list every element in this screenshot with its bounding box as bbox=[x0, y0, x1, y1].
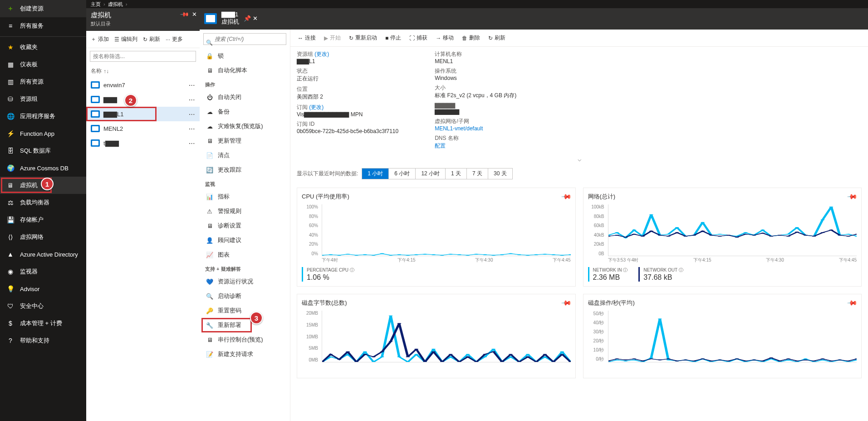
svg-point-1 bbox=[329, 254, 333, 255]
nav-item-16[interactable]: ?帮助和支持 bbox=[0, 332, 86, 349]
vm-row[interactable]: MENL2··· bbox=[86, 121, 200, 136]
nav-item-10[interactable]: ⟨⟩虚拟网络 bbox=[0, 228, 86, 246]
nav-item-9[interactable]: 💾存储帐户 bbox=[0, 211, 86, 228]
menu-item[interactable]: 🔑重置密码 bbox=[200, 303, 290, 318]
filter-input[interactable] bbox=[90, 51, 196, 62]
nav-item-4[interactable]: ⚡Function App bbox=[0, 125, 86, 142]
vm-row[interactable]: t▇▇▇··· bbox=[86, 136, 200, 150]
menu-label: 顾问建议 bbox=[218, 236, 241, 244]
chart-area[interactable]: 20MB15MB10MB5MB0MB bbox=[302, 311, 571, 370]
time-range-button[interactable]: 1 天 bbox=[446, 168, 467, 179]
nav-item-3[interactable]: 🌐应用程序服务 bbox=[0, 108, 86, 125]
menu-item[interactable]: 🔄更改跟踪 bbox=[200, 163, 290, 177]
refresh-button[interactable]: ↻刷新 bbox=[141, 35, 162, 44]
nav-item-15[interactable]: $成本管理 + 计费 bbox=[0, 315, 86, 332]
nav-item-14[interactable]: 🛡安全中心 bbox=[0, 297, 86, 315]
menu-item[interactable]: 📊指标 bbox=[200, 189, 290, 204]
connect-button[interactable]: ↔连接 bbox=[295, 33, 319, 43]
svg-point-58 bbox=[846, 234, 850, 235]
menu-item[interactable]: 👤顾问建议 bbox=[200, 233, 290, 248]
more-icon[interactable]: ··· bbox=[189, 125, 195, 132]
nav-item-11[interactable]: ▲Azure Active Directory bbox=[0, 246, 86, 263]
chart-area[interactable]: 100%80%60%40%20%0% 下午4时下午4:15下午4:30下午4:4… bbox=[302, 204, 571, 263]
menu-item[interactable]: 📈图表 bbox=[200, 248, 290, 262]
nav-item-13[interactable]: 💡Advisor bbox=[0, 280, 86, 297]
menu-item[interactable]: ⏻自动关闭 bbox=[200, 90, 290, 104]
nav-item-7[interactable]: 🖥虚拟机1 bbox=[0, 177, 86, 194]
chart-area[interactable]: 50/秒40/秒30/秒20/秒10/秒0/秒 bbox=[588, 311, 857, 370]
prop-value[interactable]: 配置 bbox=[435, 142, 516, 150]
nav-item-5[interactable]: 🗄SQL 数据库 bbox=[0, 142, 86, 159]
pin-icon[interactable]: 📌 bbox=[560, 297, 572, 309]
prop-change-link[interactable]: (更改) bbox=[314, 51, 329, 57]
start-button[interactable]: ▶开始 bbox=[321, 33, 343, 43]
vm-row[interactable]: envwin7··· bbox=[86, 78, 200, 92]
time-range-button[interactable]: 7 天 bbox=[467, 168, 488, 179]
columns-button[interactable]: ☰编辑列 bbox=[113, 35, 139, 44]
more-icon[interactable]: ··· bbox=[189, 82, 195, 89]
menu-item[interactable]: 📄清点 bbox=[200, 148, 290, 163]
delete-button[interactable]: 🗑删除 bbox=[459, 33, 483, 43]
svg-point-88 bbox=[846, 236, 850, 237]
pin-icon[interactable]: 📌 bbox=[244, 15, 251, 22]
close-icon[interactable]: ✕ bbox=[253, 15, 258, 22]
vm-row[interactable]: ▇▇▇··· bbox=[86, 92, 200, 107]
settings-search-input[interactable] bbox=[203, 33, 286, 45]
svg-point-185 bbox=[649, 358, 653, 359]
menu-item[interactable]: 🖥自动化脚本 bbox=[200, 63, 290, 78]
list-header-name[interactable]: 名称 ↑↓ bbox=[86, 64, 200, 78]
menu-item[interactable]: ⚠警报规则 bbox=[200, 204, 290, 218]
chart-area[interactable]: 100kB80kB60kB40kB20kB0B 下午3:53 午4时下午4:15… bbox=[588, 204, 857, 263]
stop-button[interactable]: ■停止 bbox=[383, 33, 404, 43]
menu-item[interactable]: 📝新建支持请求 bbox=[200, 347, 290, 362]
menu-item[interactable]: 🔧重新部署3 bbox=[200, 318, 290, 332]
vm-row[interactable]: ▇▇▇L1··· bbox=[86, 107, 200, 121]
expand-toggle[interactable]: ⌵ bbox=[290, 155, 868, 163]
nav-separator bbox=[0, 36, 86, 37]
menu-item[interactable]: ☁灾难恢复(预览版) bbox=[200, 119, 290, 134]
nav-item-2[interactable]: ⛁资源组 bbox=[0, 90, 86, 108]
time-range-button[interactable]: 30 天 bbox=[488, 168, 512, 179]
nav-create-resource[interactable]: ＋ 创建资源 bbox=[0, 0, 86, 17]
nav-item-6[interactable]: 🌍Azure Cosmos DB bbox=[0, 159, 86, 177]
nav-item-8[interactable]: ⚖负载均衡器 bbox=[0, 194, 86, 211]
menu-icon: 📈 bbox=[206, 252, 213, 258]
menu-item[interactable]: 🖥诊断设置 bbox=[200, 218, 290, 233]
menu-item[interactable]: 🔍启动诊断 bbox=[200, 289, 290, 303]
more-icon[interactable]: ··· bbox=[189, 96, 195, 103]
nav-all-services[interactable]: ≡ 所有服务 bbox=[0, 17, 86, 35]
svg-point-107 bbox=[466, 354, 470, 355]
refresh-button[interactable]: ↻刷新 bbox=[485, 33, 508, 43]
menu-item[interactable]: 🖥更新管理 bbox=[200, 134, 290, 148]
svg-point-21 bbox=[500, 254, 504, 255]
menu-item[interactable]: ☁备份 bbox=[200, 104, 290, 119]
chart-title: CPU (平均使用率) bbox=[302, 193, 349, 201]
nav-item-12[interactable]: ◉监视器 bbox=[0, 263, 86, 280]
menu-item[interactable]: 🔒锁 bbox=[200, 49, 290, 63]
prop-change-link[interactable]: (更改) bbox=[309, 104, 324, 110]
breadcrumb-home[interactable]: 主页 bbox=[91, 1, 101, 8]
nav-item-1[interactable]: ▥所有资源 bbox=[0, 73, 86, 90]
close-icon[interactable]: ✕ bbox=[192, 11, 197, 18]
pin-icon[interactable]: 📌 bbox=[560, 191, 572, 203]
pin-icon[interactable]: 📌 bbox=[846, 191, 858, 203]
move-button[interactable]: →移动 bbox=[433, 33, 456, 43]
time-range-button[interactable]: 1 小时 bbox=[362, 168, 389, 179]
add-button[interactable]: ＋添加 bbox=[89, 35, 111, 44]
time-range-button[interactable]: 12 小时 bbox=[416, 168, 446, 179]
more-icon[interactable]: ··· bbox=[189, 140, 195, 147]
menu-item[interactable]: 💙资源运行状况 bbox=[200, 274, 290, 289]
menu-item[interactable]: 🖥串行控制台(预览) bbox=[200, 332, 290, 347]
more-icon[interactable]: ··· bbox=[189, 111, 195, 118]
pin-icon[interactable]: 📌 bbox=[846, 297, 858, 309]
time-range-button[interactable]: 6 小时 bbox=[389, 168, 416, 179]
svg-point-195 bbox=[735, 358, 739, 359]
breadcrumb-vm[interactable]: 虚拟机 bbox=[108, 1, 123, 8]
nav-item-0[interactable]: ▦仪表板 bbox=[0, 56, 86, 73]
restart-button[interactable]: ↻重新启动 bbox=[346, 33, 380, 43]
prop-value[interactable]: MENL1-vnet/default bbox=[435, 125, 516, 132]
capture-button[interactable]: ⛶捕获 bbox=[407, 33, 430, 43]
nav-icon: ⚖ bbox=[6, 198, 15, 207]
more-button[interactable]: ···更多 bbox=[164, 35, 185, 44]
nav-favorites[interactable]: ★ 收藏夹 bbox=[0, 39, 86, 56]
